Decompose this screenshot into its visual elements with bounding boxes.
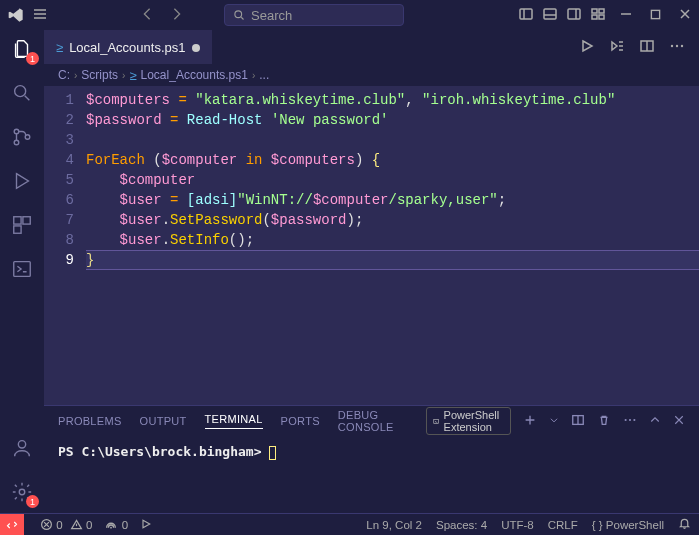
run-button[interactable] — [579, 38, 595, 57]
explorer-badge: 1 — [26, 52, 39, 65]
svg-point-29 — [111, 526, 113, 528]
extensions-tab[interactable] — [9, 212, 35, 238]
nav-forward-button[interactable] — [170, 7, 184, 24]
status-bar: 0 0 0 Ln 9, Col 2 Spaces: 4 UTF-8 CRLF {… — [0, 513, 699, 535]
svg-rect-2 — [544, 9, 556, 19]
layout-customize-icon[interactable] — [590, 6, 606, 25]
svg-point-27 — [633, 419, 635, 421]
panel-tab-output[interactable]: OUTPUT — [140, 415, 187, 427]
code-content[interactable]: $computers = "katara.whiskeytime.club", … — [86, 90, 699, 405]
powershell-console-tab[interactable] — [9, 256, 35, 282]
settings-button[interactable]: 1 — [9, 479, 35, 505]
window-close-button[interactable] — [679, 8, 691, 23]
svg-rect-3 — [568, 9, 580, 19]
terminal-prompt: PS C:\Users\brock.bingham> — [58, 444, 262, 459]
vscode-icon — [8, 7, 24, 23]
window-maximize-button[interactable] — [650, 8, 661, 23]
menu-button[interactable] — [32, 6, 48, 25]
svg-point-9 — [15, 86, 26, 97]
line-number-gutter: 1 2 3 4 5 6 7 8 9 — [44, 90, 86, 405]
status-encoding[interactable]: UTF-8 — [501, 519, 534, 531]
remote-indicator[interactable] — [0, 514, 24, 536]
svg-rect-4 — [592, 9, 597, 13]
tab-filename: Local_Accounts.ps1 — [69, 40, 185, 55]
search-icon — [233, 9, 245, 21]
chevron-down-icon[interactable] — [549, 415, 559, 427]
command-center-search[interactable]: Search — [224, 4, 404, 26]
layout-sidebar-right-icon[interactable] — [566, 6, 582, 25]
source-control-tab[interactable] — [9, 124, 35, 150]
svg-rect-6 — [592, 15, 597, 19]
window-minimize-button[interactable] — [620, 8, 632, 23]
status-run-icon[interactable] — [140, 518, 152, 532]
status-indentation[interactable]: Spaces: 4 — [436, 519, 487, 531]
svg-rect-23 — [434, 419, 439, 423]
terminal-icon — [433, 416, 439, 427]
close-panel-button[interactable] — [673, 414, 685, 428]
status-language-mode[interactable]: { } PowerShell — [592, 519, 664, 531]
accounts-button[interactable] — [9, 435, 35, 461]
breadcrumb[interactable]: C: › Scripts › ≥ Local_Accounts.ps1 › ..… — [44, 64, 699, 86]
kill-terminal-button[interactable] — [597, 413, 611, 429]
svg-point-20 — [671, 44, 673, 46]
panel-tab-ports[interactable]: PORTS — [281, 415, 320, 427]
breadcrumb-seg[interactable]: C: — [58, 68, 70, 82]
chevron-right-icon: › — [252, 70, 255, 81]
svg-rect-7 — [599, 15, 604, 19]
svg-point-12 — [25, 135, 30, 140]
status-eol[interactable]: CRLF — [548, 519, 578, 531]
terminal[interactable]: PS C:\Users\brock.bingham> — [44, 436, 699, 513]
chevron-right-icon: › — [74, 70, 77, 81]
svg-point-10 — [14, 129, 19, 134]
settings-badge: 1 — [26, 495, 39, 508]
svg-point-18 — [19, 489, 25, 495]
split-terminal-button[interactable] — [571, 413, 585, 429]
editor-tab[interactable]: ≥ Local_Accounts.ps1 — [44, 30, 212, 64]
svg-point-11 — [14, 140, 19, 145]
chevron-right-icon: › — [122, 70, 125, 81]
split-editor-button[interactable] — [639, 38, 655, 57]
svg-point-25 — [625, 419, 627, 421]
breadcrumb-seg[interactable]: Scripts — [81, 68, 118, 82]
svg-rect-14 — [23, 217, 30, 224]
maximize-panel-button[interactable] — [649, 414, 661, 428]
bottom-panel: PROBLEMS OUTPUT TERMINAL PORTS DEBUG CON… — [44, 405, 699, 513]
svg-rect-1 — [520, 9, 532, 19]
layout-sidebar-left-icon[interactable] — [518, 6, 534, 25]
panel-tab-problems[interactable]: PROBLEMS — [58, 415, 122, 427]
search-tab[interactable] — [9, 80, 35, 106]
editor-tab-bar: ≥ Local_Accounts.ps1 — [44, 30, 699, 64]
terminal-shell-selector[interactable]: PowerShell Extension — [426, 407, 511, 435]
notifications-button[interactable] — [678, 517, 691, 532]
layout-panel-icon[interactable] — [542, 6, 558, 25]
title-bar: Search — [0, 0, 699, 30]
explorer-tab[interactable]: 1 — [9, 36, 35, 62]
powershell-file-icon: ≥ — [129, 68, 136, 83]
run-debug-tab[interactable] — [9, 168, 35, 194]
code-editor[interactable]: 1 2 3 4 5 6 7 8 9 $computers = "katara.w… — [44, 86, 699, 405]
status-ports[interactable]: 0 — [104, 518, 128, 532]
status-cursor-position[interactable]: Ln 9, Col 2 — [366, 519, 422, 531]
svg-point-0 — [235, 11, 242, 18]
svg-rect-5 — [599, 9, 604, 13]
panel-more-button[interactable] — [623, 413, 637, 429]
breadcrumb-seg[interactable]: ... — [259, 68, 269, 82]
terminal-cursor — [269, 446, 276, 460]
nav-back-button[interactable] — [140, 7, 154, 24]
svg-rect-13 — [14, 217, 21, 224]
svg-point-26 — [629, 419, 631, 421]
panel-tab-terminal[interactable]: TERMINAL — [205, 413, 263, 429]
dirty-indicator-icon — [192, 44, 200, 52]
current-line-highlight — [86, 250, 699, 270]
run-split-button[interactable] — [609, 38, 625, 57]
svg-rect-8 — [651, 10, 659, 18]
status-problems[interactable]: 0 0 — [40, 518, 92, 531]
panel-tab-debug[interactable]: DEBUG CONSOLE — [338, 409, 409, 433]
breadcrumb-seg[interactable]: Local_Accounts.ps1 — [141, 68, 248, 82]
svg-point-21 — [676, 44, 678, 46]
tab-more-button[interactable] — [669, 38, 685, 57]
new-terminal-button[interactable] — [523, 413, 537, 429]
svg-rect-15 — [14, 226, 21, 233]
powershell-file-icon: ≥ — [56, 40, 63, 55]
activity-bar: 1 1 — [0, 30, 44, 513]
